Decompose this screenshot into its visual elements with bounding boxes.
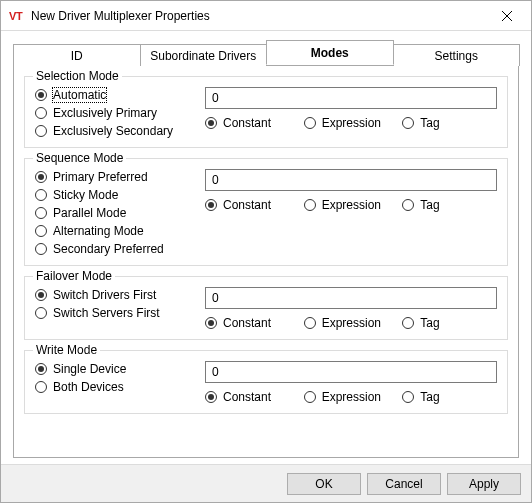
- selection-value-input[interactable]: [205, 87, 497, 109]
- group-write-mode: Write Mode Single Device Both Devices: [24, 350, 508, 414]
- radio-label: Single Device: [53, 362, 126, 376]
- radio-sequence-constant[interactable]: Constant: [205, 197, 300, 213]
- radio-icon: [304, 391, 316, 403]
- sequence-value-input[interactable]: [205, 169, 497, 191]
- radio-icon: [304, 317, 316, 329]
- radio-failover-constant[interactable]: Constant: [205, 315, 300, 331]
- tab-settings[interactable]: Settings: [393, 44, 521, 66]
- radio-selection-automatic[interactable]: Automatic: [35, 87, 197, 103]
- radio-write-expression[interactable]: Expression: [304, 389, 399, 405]
- radio-icon: [304, 199, 316, 211]
- radio-icon: [402, 391, 414, 403]
- radio-label: Tag: [420, 116, 439, 130]
- radio-write-tag[interactable]: Tag: [402, 389, 497, 405]
- radio-label: Constant: [223, 116, 271, 130]
- group-sequence-mode: Sequence Mode Primary Preferred Sticky M…: [24, 158, 508, 266]
- radio-label: Tag: [420, 390, 439, 404]
- group-title-failover: Failover Mode: [33, 269, 115, 283]
- radio-label: Constant: [223, 390, 271, 404]
- group-title-selection: Selection Mode: [33, 69, 122, 83]
- tab-modes[interactable]: Modes: [266, 40, 394, 65]
- radio-label: Expression: [322, 390, 381, 404]
- radio-icon: [35, 225, 47, 237]
- radio-sequence-secondary-preferred[interactable]: Secondary Preferred: [35, 241, 197, 257]
- radio-sequence-parallel-mode[interactable]: Parallel Mode: [35, 205, 197, 221]
- radio-icon: [304, 117, 316, 129]
- close-button[interactable]: [485, 2, 529, 30]
- radio-selection-expression[interactable]: Expression: [304, 115, 399, 131]
- radio-icon: [402, 117, 414, 129]
- group-selection-mode: Selection Mode Automatic Exclusively Pri…: [24, 76, 508, 148]
- client-area: ID Subordinate Drivers Modes Settings Se…: [1, 31, 531, 464]
- radio-sequence-expression[interactable]: Expression: [304, 197, 399, 213]
- radio-label: Exclusively Primary: [53, 106, 157, 120]
- radio-failover-switch-servers-first[interactable]: Switch Servers First: [35, 305, 197, 321]
- radio-icon: [35, 189, 47, 201]
- radio-label: Exclusively Secondary: [53, 124, 173, 138]
- radio-icon: [35, 381, 47, 393]
- radio-label: Primary Preferred: [53, 170, 148, 184]
- radio-icon: [35, 207, 47, 219]
- radio-failover-switch-drivers-first[interactable]: Switch Drivers First: [35, 287, 197, 303]
- group-failover-mode: Failover Mode Switch Drivers First Switc…: [24, 276, 508, 340]
- tab-strip: ID Subordinate Drivers Modes Settings: [13, 41, 519, 65]
- failover-value-input[interactable]: [205, 287, 497, 309]
- radio-selection-exclusively-primary[interactable]: Exclusively Primary: [35, 105, 197, 121]
- radio-icon: [35, 89, 47, 101]
- radio-sequence-tag[interactable]: Tag: [402, 197, 497, 213]
- radio-icon: [35, 107, 47, 119]
- radio-label: Tag: [420, 198, 439, 212]
- radio-label: Both Devices: [53, 380, 124, 394]
- radio-label: Switch Drivers First: [53, 288, 156, 302]
- radio-write-single-device[interactable]: Single Device: [35, 361, 197, 377]
- radio-icon: [35, 171, 47, 183]
- write-value-input[interactable]: [205, 361, 497, 383]
- radio-icon: [35, 243, 47, 255]
- titlebar: V T New Driver Multiplexer Properties: [1, 1, 531, 31]
- radio-label: Sticky Mode: [53, 188, 118, 202]
- dialog-footer: OK Cancel Apply: [1, 464, 531, 502]
- app-logo-icon: V T: [9, 8, 25, 24]
- radio-icon: [35, 289, 47, 301]
- radio-selection-exclusively-secondary[interactable]: Exclusively Secondary: [35, 123, 197, 139]
- radio-failover-tag[interactable]: Tag: [402, 315, 497, 331]
- radio-selection-constant[interactable]: Constant: [205, 115, 300, 131]
- svg-text:T: T: [16, 10, 23, 22]
- radio-icon: [35, 125, 47, 137]
- radio-sequence-alternating-mode[interactable]: Alternating Mode: [35, 223, 197, 239]
- group-title-sequence: Sequence Mode: [33, 151, 126, 165]
- radio-icon: [205, 199, 217, 211]
- radio-label: Constant: [223, 316, 271, 330]
- radio-label: Alternating Mode: [53, 224, 144, 238]
- window-title: New Driver Multiplexer Properties: [31, 9, 485, 23]
- radio-icon: [35, 363, 47, 375]
- radio-sequence-primary-preferred[interactable]: Primary Preferred: [35, 169, 197, 185]
- radio-failover-expression[interactable]: Expression: [304, 315, 399, 331]
- radio-label: Expression: [322, 116, 381, 130]
- radio-icon: [402, 317, 414, 329]
- ok-button[interactable]: OK: [287, 473, 361, 495]
- radio-label: Switch Servers First: [53, 306, 160, 320]
- radio-write-both-devices[interactable]: Both Devices: [35, 379, 197, 395]
- radio-label: Tag: [420, 316, 439, 330]
- radio-write-constant[interactable]: Constant: [205, 389, 300, 405]
- radio-sequence-sticky-mode[interactable]: Sticky Mode: [35, 187, 197, 203]
- radio-label: Constant: [223, 198, 271, 212]
- tab-subordinate-drivers[interactable]: Subordinate Drivers: [140, 44, 268, 66]
- radio-icon: [205, 117, 217, 129]
- dialog-window: V T New Driver Multiplexer Properties ID…: [0, 0, 532, 503]
- tab-id[interactable]: ID: [13, 44, 141, 66]
- radio-label: Expression: [322, 198, 381, 212]
- radio-label: Secondary Preferred: [53, 242, 164, 256]
- radio-label: Expression: [322, 316, 381, 330]
- group-title-write: Write Mode: [33, 343, 100, 357]
- radio-icon: [205, 391, 217, 403]
- radio-selection-tag[interactable]: Tag: [402, 115, 497, 131]
- apply-button[interactable]: Apply: [447, 473, 521, 495]
- radio-icon: [205, 317, 217, 329]
- tab-panel-modes: Selection Mode Automatic Exclusively Pri…: [13, 65, 519, 458]
- radio-label: Parallel Mode: [53, 206, 126, 220]
- radio-icon: [35, 307, 47, 319]
- radio-label: Automatic: [53, 88, 106, 102]
- cancel-button[interactable]: Cancel: [367, 473, 441, 495]
